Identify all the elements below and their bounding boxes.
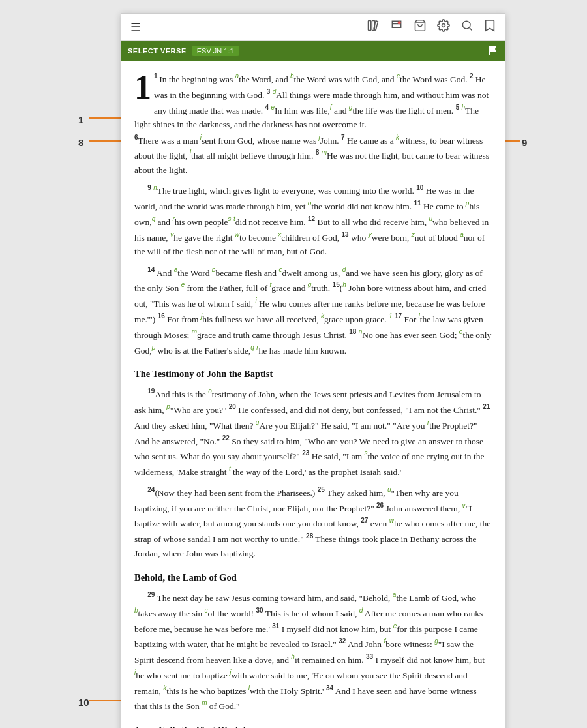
cross-ref-an[interactable]: m: [192, 328, 197, 335]
cross-ref-z[interactable]: z: [412, 231, 415, 238]
cross-ref-bd[interactable]: r: [427, 419, 429, 426]
cross-ref-u[interactable]: u: [429, 215, 433, 222]
svg-point-2: [398, 21, 401, 24]
search-icon[interactable]: [460, 19, 474, 35]
cross-ref-f[interactable]: f: [330, 104, 332, 111]
cross-ref-t[interactable]: t: [233, 215, 235, 222]
cross-ref-aa[interactable]: a: [460, 231, 464, 238]
cross-ref-ca[interactable]: a: [393, 591, 397, 598]
flag-icon[interactable]: [488, 44, 498, 57]
cross-ref-bg[interactable]: u: [387, 486, 391, 493]
books-icon[interactable]: [367, 19, 380, 35]
cross-ref-aj[interactable]: i: [256, 297, 257, 304]
verse-16-marker: 16: [158, 312, 165, 320]
cross-ref-ce[interactable]: e: [393, 622, 397, 629]
cross-ref-e[interactable]: e: [271, 104, 275, 111]
cross-ref-cf[interactable]: f: [384, 637, 385, 645]
cross-ref-x[interactable]: x: [278, 231, 281, 238]
cross-ref-cm[interactable]: m: [202, 699, 207, 706]
cross-ref-ak[interactable]: j: [201, 312, 202, 320]
cross-ref-bi[interactable]: w: [389, 517, 394, 524]
cross-ref-ai[interactable]: h: [342, 281, 346, 288]
verse-24-marker: 24: [147, 486, 155, 493]
svg-point-5: [462, 21, 470, 29]
cross-ref-cb[interactable]: b: [134, 607, 138, 614]
cross-ref-h[interactable]: h: [462, 104, 466, 111]
cross-ref-ch[interactable]: h: [291, 653, 295, 660]
cross-ref-ap[interactable]: o: [459, 328, 463, 335]
outer-container: 1 2 3 4 5 6 7 8 9 10 ☰: [13, 13, 574, 728]
chapter-section: 1 1 In the beginning was athe Word, and …: [134, 71, 492, 132]
verse-7-marker: 7: [341, 134, 345, 141]
inbox-icon[interactable]: [390, 19, 403, 35]
settings-icon[interactable]: [437, 19, 450, 35]
cross-ref-ac[interactable]: b: [212, 266, 216, 273]
section3-heading: Jesus Calls the First Disciples: [134, 723, 492, 728]
cross-ref-k[interactable]: k: [396, 134, 399, 141]
cross-ref-c[interactable]: c: [397, 72, 400, 80]
cross-ref-aq[interactable]: p: [152, 344, 156, 351]
cross-ref-af[interactable]: e: [181, 281, 185, 288]
cross-ref-ag[interactable]: f: [270, 281, 272, 288]
cross-ref-q[interactable]: q: [152, 215, 156, 222]
cross-ref-al[interactable]: k: [321, 312, 324, 320]
cross-ref-am[interactable]: l: [419, 312, 420, 320]
verses-6-8: 6There was a man isent from God, whose n…: [134, 132, 492, 178]
verse-11-marker: 11: [414, 200, 421, 207]
cross-ref-ao[interactable]: n: [359, 328, 363, 335]
cross-ref-cd[interactable]: d: [359, 607, 363, 614]
cross-ref-l[interactable]: l: [190, 149, 191, 156]
toolbar-left: ☰: [130, 20, 141, 35]
verses-14-18: 14 And athe Word bbecame flesh and cdwel…: [134, 265, 492, 358]
verse-23-marker: 23: [302, 449, 309, 457]
cross-ref-ah[interactable]: g: [308, 281, 312, 288]
cross-ref-cj[interactable]: j: [230, 669, 231, 676]
verse-6-marker: 6: [134, 134, 138, 141]
cross-ref-cg[interactable]: g: [434, 637, 438, 645]
cross-ref-ci[interactable]: i: [134, 669, 136, 676]
bookmark-icon[interactable]: [484, 19, 496, 35]
cross-ref-y[interactable]: y: [369, 231, 372, 238]
verse-4-marker: 4: [265, 104, 269, 111]
cross-ref-ba[interactable]: o: [208, 387, 212, 395]
cross-ref-o[interactable]: o: [308, 200, 312, 207]
cross-ref-cl[interactable]: l: [248, 684, 250, 691]
cross-ref-ae[interactable]: d: [342, 266, 346, 273]
cross-ref-b[interactable]: b: [290, 72, 294, 80]
cross-ref-i[interactable]: i: [200, 134, 202, 141]
cross-ref-g[interactable]: g: [349, 104, 353, 111]
cross-ref-bc[interactable]: q: [256, 419, 260, 426]
cross-ref-ad[interactable]: c: [279, 266, 282, 273]
cross-ref-ab[interactable]: a: [174, 266, 178, 273]
cross-ref-m[interactable]: m: [322, 149, 327, 156]
cart-icon[interactable]: [414, 19, 427, 35]
cross-ref-d[interactable]: d: [273, 88, 277, 95]
cross-ref-n[interactable]: n: [153, 184, 157, 191]
cross-ref-v[interactable]: v: [170, 231, 173, 238]
cross-ref-p[interactable]: p: [466, 200, 470, 207]
cross-ref-w[interactable]: w: [235, 231, 239, 238]
verse-ref-badge[interactable]: ESV JN 1:1: [192, 46, 239, 56]
cross-ref-j[interactable]: j: [319, 134, 320, 141]
cross-ref-bh[interactable]: v: [462, 502, 466, 509]
cross-ref-r[interactable]: r: [172, 215, 174, 222]
verse-2-marker: 2: [470, 72, 474, 80]
cross-ref-bf[interactable]: t: [229, 465, 231, 472]
cross-ref-bb[interactable]: p: [166, 403, 170, 410]
cross-ref-1[interactable]: 1: [389, 312, 393, 320]
cross-ref-ck[interactable]: k: [163, 684, 166, 691]
verse-33-marker: 33: [366, 653, 373, 660]
verse-31-marker: 31: [272, 622, 279, 629]
menu-icon[interactable]: ☰: [130, 20, 141, 35]
cross-ref-s[interactable]: s: [228, 215, 232, 222]
cross-ref-as[interactable]: r: [256, 344, 258, 351]
verses-19-28: 19And this is the otestimony of John, wh…: [134, 386, 492, 479]
cross-ref-be[interactable]: s: [365, 449, 368, 457]
verse-17-marker: 17: [395, 312, 402, 320]
verse-29-marker: 29: [147, 591, 155, 598]
verse-3-marker: 3: [267, 88, 271, 95]
cross-ref-a[interactable]: a: [235, 72, 239, 80]
cross-ref-cc[interactable]: c: [205, 607, 208, 614]
cross-ref-ar[interactable]: q: [250, 344, 254, 351]
verse-13-marker: 13: [342, 231, 349, 238]
